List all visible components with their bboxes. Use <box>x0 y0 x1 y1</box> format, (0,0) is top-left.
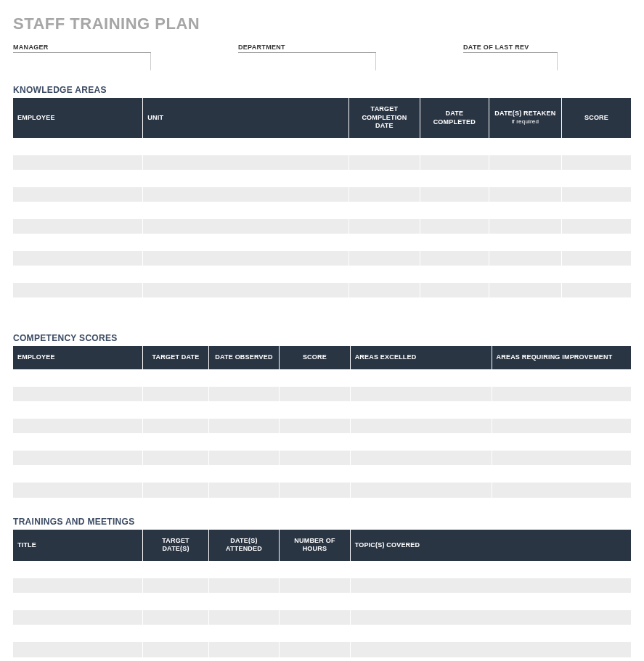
cell-dates_attended[interactable] <box>208 625 279 641</box>
cell-employee[interactable] <box>13 250 143 266</box>
cell-topics[interactable] <box>350 641 631 657</box>
cell-target_completion[interactable] <box>349 218 420 234</box>
cell-target_completion[interactable] <box>349 202 420 218</box>
cell-hours[interactable] <box>280 625 350 641</box>
cell-areas_improve[interactable] <box>492 402 631 418</box>
cell-employee[interactable] <box>13 234 143 250</box>
cell-areas_improve[interactable] <box>492 450 631 466</box>
cell-topics[interactable] <box>350 625 631 641</box>
cell-dates_retaken[interactable] <box>489 155 561 171</box>
cell-target_completion[interactable] <box>349 139 420 155</box>
cell-topics[interactable] <box>350 578 631 594</box>
cell-hours[interactable] <box>280 641 350 657</box>
cell-areas_improve[interactable] <box>492 482 631 498</box>
cell-employee[interactable] <box>13 282 143 298</box>
cell-target_completion[interactable] <box>349 250 420 266</box>
cell-dates_retaken[interactable] <box>489 186 561 202</box>
cell-employee[interactable] <box>13 418 143 434</box>
cell-target_date[interactable] <box>143 386 208 402</box>
cell-employee[interactable] <box>13 186 143 202</box>
cell-target_completion[interactable] <box>349 282 420 298</box>
cell-areas_improve[interactable] <box>492 370 631 386</box>
cell-unit[interactable] <box>143 298 349 314</box>
cell-dates_retaken[interactable] <box>489 282 561 298</box>
cell-target_date[interactable] <box>143 418 208 434</box>
cell-unit[interactable] <box>143 171 349 186</box>
cell-dates_retaken[interactable] <box>489 139 561 155</box>
cell-dates_attended[interactable] <box>208 641 279 657</box>
cell-dates_attended[interactable] <box>208 594 279 609</box>
cell-dates_retaken[interactable] <box>489 234 561 250</box>
cell-score[interactable] <box>280 386 350 402</box>
cell-score[interactable] <box>562 155 631 171</box>
cell-score[interactable] <box>562 186 631 202</box>
cell-areas_excelled[interactable] <box>350 370 492 386</box>
cell-score[interactable] <box>280 402 350 418</box>
cell-score[interactable] <box>280 450 350 466</box>
cell-hours[interactable] <box>280 594 350 609</box>
cell-areas_improve[interactable] <box>492 466 631 482</box>
cell-target_completion[interactable] <box>349 155 420 171</box>
cell-dates_retaken[interactable] <box>489 250 561 266</box>
cell-target_date[interactable] <box>143 370 208 386</box>
cell-unit[interactable] <box>143 282 349 298</box>
cell-dates_retaken[interactable] <box>489 202 561 218</box>
cell-unit[interactable] <box>143 186 349 202</box>
cell-employee[interactable] <box>13 434 143 450</box>
cell-employee[interactable] <box>13 202 143 218</box>
cell-title[interactable] <box>13 641 143 657</box>
cell-date_completed[interactable] <box>420 186 489 202</box>
cell-employee[interactable] <box>13 402 143 418</box>
meta-manager-value[interactable] <box>13 53 151 70</box>
cell-date_completed[interactable] <box>420 218 489 234</box>
cell-date_completed[interactable] <box>420 298 489 314</box>
cell-score[interactable] <box>562 282 631 298</box>
cell-score[interactable] <box>562 266 631 282</box>
cell-target_completion[interactable] <box>349 171 420 186</box>
cell-unit[interactable] <box>143 234 349 250</box>
cell-date_completed[interactable] <box>420 250 489 266</box>
cell-dates_retaken[interactable] <box>489 171 561 186</box>
cell-target_completion[interactable] <box>349 298 420 314</box>
cell-date_completed[interactable] <box>420 155 489 171</box>
cell-score[interactable] <box>280 482 350 498</box>
cell-target_dates[interactable] <box>143 594 208 609</box>
cell-topics[interactable] <box>350 609 631 625</box>
cell-target_date[interactable] <box>143 434 208 450</box>
cell-date_observed[interactable] <box>208 418 279 434</box>
cell-target_dates[interactable] <box>143 609 208 625</box>
cell-areas_excelled[interactable] <box>350 402 492 418</box>
cell-areas_excelled[interactable] <box>350 466 492 482</box>
cell-title[interactable] <box>13 578 143 594</box>
cell-date_observed[interactable] <box>208 370 279 386</box>
cell-target_date[interactable] <box>143 402 208 418</box>
cell-date_completed[interactable] <box>420 202 489 218</box>
cell-target_completion[interactable] <box>349 266 420 282</box>
cell-employee[interactable] <box>13 386 143 402</box>
cell-dates_retaken[interactable] <box>489 298 561 314</box>
cell-unit[interactable] <box>143 139 349 155</box>
cell-score[interactable] <box>562 218 631 234</box>
cell-employee[interactable] <box>13 450 143 466</box>
meta-department-value[interactable] <box>238 53 376 70</box>
cell-target_dates[interactable] <box>143 641 208 657</box>
cell-date_observed[interactable] <box>208 482 279 498</box>
cell-date_observed[interactable] <box>208 402 279 418</box>
cell-hours[interactable] <box>280 609 350 625</box>
cell-unit[interactable] <box>143 202 349 218</box>
cell-topics[interactable] <box>350 594 631 609</box>
cell-date_observed[interactable] <box>208 434 279 450</box>
cell-target_dates[interactable] <box>143 625 208 641</box>
cell-title[interactable] <box>13 625 143 641</box>
cell-hours[interactable] <box>280 578 350 594</box>
cell-unit[interactable] <box>143 155 349 171</box>
cell-score[interactable] <box>562 298 631 314</box>
cell-areas_excelled[interactable] <box>350 482 492 498</box>
cell-unit[interactable] <box>143 266 349 282</box>
cell-areas_improve[interactable] <box>492 434 631 450</box>
cell-date_completed[interactable] <box>420 171 489 186</box>
cell-score[interactable] <box>280 434 350 450</box>
cell-target_completion[interactable] <box>349 186 420 202</box>
cell-dates_attended[interactable] <box>208 562 279 578</box>
cell-employee[interactable] <box>13 370 143 386</box>
